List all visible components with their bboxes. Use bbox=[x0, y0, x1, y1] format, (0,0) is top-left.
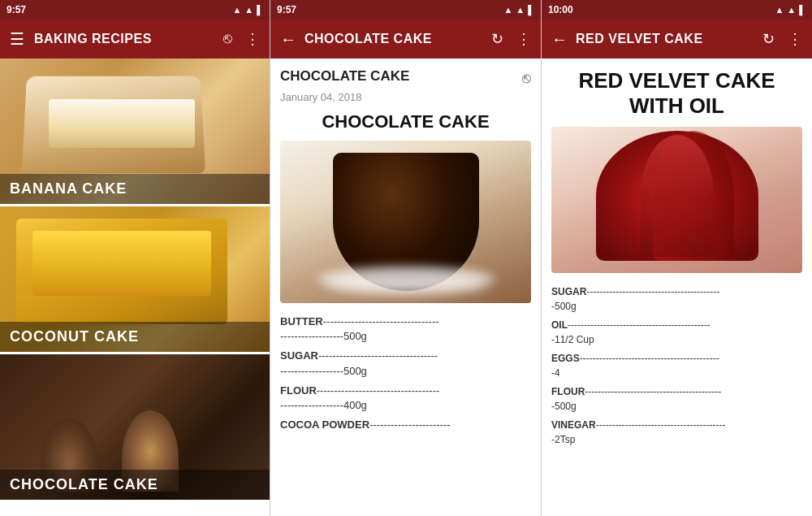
more-icon-2[interactable]: ⋮ bbox=[516, 30, 531, 48]
panel-velvet-detail: 10:00 ▲ ▲ ▌ ← RED VELVET CAKE ↻ ⋮ RED VE… bbox=[542, 0, 812, 516]
refresh-icon-2[interactable]: ↻ bbox=[491, 30, 503, 48]
toolbar-title-3: RED VELVET CAKE bbox=[576, 32, 754, 46]
panel-recipes-list: 9:57 ▲ ▲ ▌ ☰ BAKING RECIPES ⎋ ⋮ BANANA C… bbox=[0, 0, 270, 516]
status-bar-2: 9:57 ▲ ▲ ▌ bbox=[270, 0, 541, 20]
table-row: FLOUR-----------------------------------… bbox=[280, 384, 531, 413]
list-item-coconut[interactable]: COCONUT CAKE bbox=[0, 206, 270, 354]
choc-cake-image-detail bbox=[280, 141, 531, 303]
share-icon-1[interactable]: ⎋ bbox=[223, 30, 232, 48]
menu-icon[interactable]: ☰ bbox=[10, 29, 24, 49]
table-row: VINEGAR---------------------------------… bbox=[551, 418, 802, 447]
battery-icon-3: ▌ bbox=[799, 5, 806, 15]
more-icon-1[interactable]: ⋮ bbox=[245, 30, 260, 48]
status-icons-1: ▲ ▲ ▌ bbox=[232, 5, 263, 15]
choc-cake-list-label: CHOCOLATE CAKE bbox=[0, 470, 270, 500]
choc-detail-heading: CHOCOLATE CAKE bbox=[280, 111, 531, 132]
back-button-3[interactable]: ← bbox=[551, 30, 568, 49]
red-velvet-cake-image bbox=[551, 127, 802, 273]
battery-icon: ▌ bbox=[257, 5, 263, 15]
velvet-main-title: RED VELVET CAKE WITH OIL bbox=[551, 68, 802, 119]
detail-content-choc: CHOCOLATE CAKE ⎋ January 04, 2018 CHOCOL… bbox=[270, 59, 541, 516]
table-row: SUGAR-----------------------------------… bbox=[551, 284, 802, 314]
toolbar-actions-1: ⎋ ⋮ bbox=[223, 30, 260, 48]
table-row: OIL-------------------------------------… bbox=[551, 318, 802, 347]
velvet-content: RED VELVET CAKE WITH OIL SUGAR----------… bbox=[542, 59, 812, 516]
panel-choc-detail: 9:57 ▲ ▲ ▌ ← CHOCOLATE CAKE ↻ ⋮ CHOCOLAT… bbox=[270, 0, 542, 516]
coconut-cake-label: COCONUT CAKE bbox=[0, 322, 270, 352]
toolbar-actions-3: ↻ ⋮ bbox=[762, 30, 802, 48]
choc-ingredients-list: BUTTER----------------------------------… bbox=[280, 314, 531, 432]
table-row: COCOA POWDER----------------------- bbox=[280, 418, 531, 432]
wifi-icon: ▲ bbox=[244, 5, 253, 15]
list-item-chocolate[interactable]: CHOCOLATE CAKE bbox=[0, 354, 270, 502]
status-icons-3: ▲ ▲ ▌ bbox=[775, 5, 806, 15]
more-icon-3[interactable]: ⋮ bbox=[788, 30, 802, 48]
table-row: FLOUR-----------------------------------… bbox=[551, 384, 802, 414]
toolbar-1: ☰ BAKING RECIPES ⎋ ⋮ bbox=[0, 20, 270, 59]
table-row: SUGAR-----------------------------------… bbox=[280, 349, 531, 378]
status-time-3: 10:00 bbox=[548, 4, 573, 15]
back-button-2[interactable]: ← bbox=[280, 30, 296, 49]
velvet-ingredients-list: SUGAR-----------------------------------… bbox=[551, 284, 802, 447]
status-time-1: 9:57 bbox=[6, 4, 26, 15]
share-icon-detail[interactable]: ⎋ bbox=[522, 70, 531, 87]
toolbar-2: ← CHOCOLATE CAKE ↻ ⋮ bbox=[270, 20, 541, 59]
signal-icon-3: ▲ bbox=[775, 5, 784, 15]
choc-recipe-date: January 04, 2018 bbox=[280, 91, 531, 103]
list-item-banana[interactable]: BANANA CAKE bbox=[0, 59, 270, 206]
toolbar-title-2: CHOCOLATE CAKE bbox=[304, 32, 483, 46]
banana-cake-label: BANANA CAKE bbox=[0, 174, 270, 204]
status-bar-3: 10:00 ▲ ▲ ▌ bbox=[542, 0, 812, 20]
wifi-icon-3: ▲ bbox=[787, 5, 796, 15]
status-time-2: 9:57 bbox=[277, 4, 296, 15]
choc-recipe-title: CHOCOLATE CAKE bbox=[280, 68, 409, 85]
signal-icon-2: ▲ bbox=[503, 5, 512, 15]
toolbar-3: ← RED VELVET CAKE ↻ ⋮ bbox=[542, 20, 812, 59]
toolbar-actions-2: ↻ ⋮ bbox=[491, 30, 531, 48]
status-icons-2: ▲ ▲ ▌ bbox=[503, 5, 534, 15]
recipe-list: BANANA CAKE COCONUT CAKE CHOCOLATE CAKE bbox=[0, 59, 270, 516]
signal-icon: ▲ bbox=[232, 5, 241, 15]
refresh-icon-3[interactable]: ↻ bbox=[762, 30, 775, 48]
toolbar-title-1: BAKING RECIPES bbox=[34, 32, 214, 46]
table-row: EGGS------------------------------------… bbox=[551, 351, 802, 380]
table-row: BUTTER----------------------------------… bbox=[280, 314, 531, 344]
wifi-icon-2: ▲ bbox=[516, 5, 525, 15]
battery-icon-2: ▌ bbox=[528, 5, 534, 15]
status-bar-1: 9:57 ▲ ▲ ▌ bbox=[0, 0, 270, 20]
